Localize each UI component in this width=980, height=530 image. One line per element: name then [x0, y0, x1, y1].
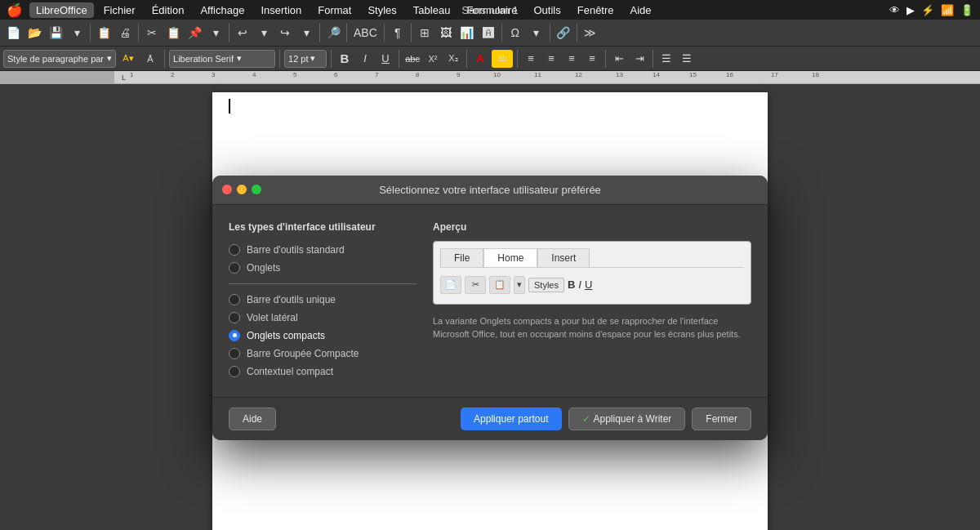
subscript-button[interactable]: X₂: [444, 50, 462, 68]
undo-dropdown[interactable]: ▾: [254, 23, 274, 42]
dialog-titlebar: Sélectionnez votre interface utilisateur…: [212, 176, 768, 205]
spellcheck-button[interactable]: ABC: [350, 23, 381, 42]
font-dropdown[interactable]: Liberation Serif ▾: [169, 50, 275, 68]
sep-fmt5: [466, 50, 467, 68]
indent-more-button[interactable]: ⇥: [630, 50, 648, 68]
bold-button[interactable]: B: [336, 50, 354, 68]
chart-button[interactable]: 📊: [457, 23, 477, 42]
new-style-button[interactable]: A▾: [118, 49, 138, 69]
sep10: [577, 24, 577, 42]
menu-styles[interactable]: Styles: [361, 2, 403, 18]
more-button[interactable]: ≫: [581, 23, 600, 42]
copy-button[interactable]: 📋: [163, 23, 183, 42]
menu-format[interactable]: Format: [311, 2, 358, 18]
close-button[interactable]: Fermer: [692, 408, 751, 430]
preview-tab-home[interactable]: Home: [483, 248, 537, 267]
option-barre-standard[interactable]: Barre d'outils standard: [229, 241, 416, 259]
option-barre-unique[interactable]: Barre d'outils unique: [229, 291, 416, 309]
open-button[interactable]: 📂: [24, 23, 44, 42]
preview-styles: Styles: [528, 278, 564, 292]
print-preview[interactable]: 📋: [94, 23, 114, 42]
menu-fichier[interactable]: Fichier: [97, 2, 142, 18]
option-barre-unique-label: Barre d'outils unique: [247, 294, 336, 305]
sep2: [138, 24, 139, 42]
save-dropdown[interactable]: ▾: [67, 23, 87, 42]
formatting-bar: Style de paragraphe par ▾ A▾ Ā Liberatio…: [0, 47, 980, 71]
radio-contextuel[interactable]: [229, 366, 240, 377]
footer-right: Appliquer partout ✓ Appliquer à Writer F…: [461, 408, 751, 430]
sep-fmt7: [605, 50, 606, 68]
underline-button[interactable]: U: [376, 50, 394, 68]
textbox-button[interactable]: 🅰: [479, 23, 498, 42]
radio-onglets[interactable]: [229, 262, 240, 274]
sep1: [90, 24, 91, 42]
new-button[interactable]: 📄: [3, 23, 23, 42]
image-button[interactable]: 🖼: [436, 23, 456, 42]
option-volet-lateral[interactable]: Volet latéral: [229, 309, 416, 327]
option-barre-groupee[interactable]: Barre Groupée Compacte: [229, 345, 416, 363]
option-onglets[interactable]: Onglets: [229, 259, 416, 277]
update-style-button[interactable]: Ā: [140, 49, 160, 69]
indent-less-button[interactable]: ⇤: [610, 50, 628, 68]
redo-dropdown[interactable]: ▾: [296, 23, 316, 42]
size-dropdown[interactable]: 12 pt ▾: [284, 50, 327, 68]
radio-onglets-compacts[interactable]: [229, 330, 240, 341]
radio-volet-lateral[interactable]: [229, 312, 240, 323]
special-dropdown[interactable]: ▾: [527, 23, 546, 42]
option-contextuel[interactable]: Contextuel compact: [229, 363, 416, 381]
menu-outils[interactable]: Outils: [528, 2, 568, 18]
cut-button[interactable]: ✂: [142, 23, 162, 42]
maximize-window-button[interactable]: [252, 185, 261, 194]
menu-libreofffice[interactable]: LibreOffice: [29, 2, 94, 18]
strikethrough-button[interactable]: abc: [403, 50, 421, 68]
undo-button[interactable]: ↩: [233, 23, 252, 42]
preview-tab-insert[interactable]: Insert: [537, 248, 590, 267]
align-right-button[interactable]: ≡: [563, 50, 581, 68]
redo-button[interactable]: ↪: [275, 23, 295, 42]
find-button[interactable]: 🔎: [323, 23, 343, 42]
menu-affichage[interactable]: Affichage: [194, 2, 251, 18]
close-window-button[interactable]: [222, 185, 232, 194]
highlight-button[interactable]: ab: [492, 50, 513, 68]
apply-writer-button[interactable]: ✓ Appliquer à Writer: [568, 408, 686, 430]
save-button[interactable]: 💾: [46, 23, 65, 42]
list-unordered-button[interactable]: ☰: [657, 50, 675, 68]
paste-button[interactable]: 📌: [185, 23, 204, 42]
align-justify-button[interactable]: ≡: [583, 50, 601, 68]
italic-button[interactable]: I: [356, 50, 374, 68]
menu-tableau[interactable]: Tableau: [407, 2, 457, 18]
hyperlink-button[interactable]: 🔗: [554, 23, 573, 42]
preview-tab-file[interactable]: File: [440, 248, 483, 267]
align-center-button[interactable]: ≡: [542, 50, 560, 68]
superscript-button[interactable]: X²: [424, 50, 442, 68]
special-char[interactable]: Ω: [506, 23, 525, 42]
sep8: [501, 24, 502, 42]
menu-aide[interactable]: Aide: [624, 2, 658, 18]
minimize-window-button[interactable]: [237, 185, 247, 194]
help-button[interactable]: Aide: [229, 408, 276, 430]
radio-barre-standard[interactable]: [229, 244, 240, 256]
sep4: [319, 24, 320, 42]
radio-barre-groupee[interactable]: [229, 348, 240, 359]
apply-all-button[interactable]: Appliquer partout: [461, 408, 561, 430]
option-onglets-compacts[interactable]: ➤ Onglets compacts: [229, 327, 416, 345]
apple-menu[interactable]: 🍎: [7, 2, 23, 18]
print-button[interactable]: 🖨: [115, 23, 135, 42]
radio-barre-unique[interactable]: [229, 294, 240, 305]
menu-fenetre[interactable]: Fenêtre: [571, 2, 621, 18]
preview-underline: U: [585, 278, 592, 291]
menu-insertion[interactable]: Insertion: [254, 2, 308, 18]
nonprint-button[interactable]: ¶: [388, 23, 408, 42]
modal-overlay: Sélectionnez votre interface utilisateur…: [0, 84, 980, 530]
window-title: Sans nom 1: [461, 4, 518, 16]
style-dropdown[interactable]: Style de paragraphe par ▾: [3, 50, 116, 68]
table-button[interactable]: ⊞: [415, 23, 434, 42]
font-color-button[interactable]: A: [471, 50, 489, 68]
align-left-button[interactable]: ≡: [522, 50, 540, 68]
sep6: [384, 24, 385, 42]
paste-dropdown[interactable]: ▾: [206, 23, 225, 42]
menu-edition[interactable]: Édition: [145, 2, 191, 18]
list-ordered-button[interactable]: ☰: [678, 50, 696, 68]
toolbar: 📄 📂 💾 ▾ 📋 🖨 ✂ 📋 📌 ▾ ↩ ▾ ↪ ▾ 🔎 ABC ¶ ⊞ 🖼 …: [0, 20, 980, 47]
preview-header: Aperçu: [433, 221, 751, 233]
